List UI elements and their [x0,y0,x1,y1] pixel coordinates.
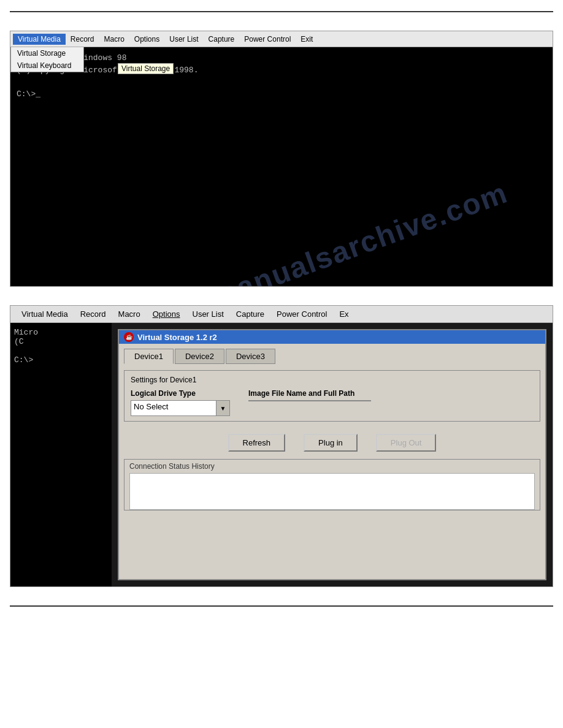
screenshot-2: Virtual Media Record Macro Options User … [10,305,553,587]
terminal-line-1: Microsoft(R) Windows 98 [17,52,546,64]
dropdown-arrow-icon[interactable]: ▼ [216,400,230,416]
settings-title: Settings for Device1 [131,376,534,384]
connection-status-box: Connection Status History [124,459,540,510]
image-path-input[interactable] [248,400,371,401]
dialog-body: Device1 Device2 Device3 Settings for Dev… [119,344,545,579]
page-content: Virtual Media Record Macro Options User … [0,12,563,605]
terminal-1: Microsoft(R) Windows 98 (C)Copyright Mic… [10,47,553,286]
form-row: Logical Drive Type No Select ▼ Image Fil… [131,389,534,416]
logical-drive-select[interactable]: No Select [131,400,216,416]
logical-drive-col: Logical Drive Type No Select ▼ [131,389,230,416]
logical-drive-label: Logical Drive Type [131,389,230,398]
terminal2-line-2: (C [14,337,108,346]
java-icon: ☕ [124,332,134,342]
dialog-title: Virtual Storage 1.2 r2 [137,333,217,342]
menu-exit-1[interactable]: Exit [296,34,318,45]
terminal-2: Micro (C C:\> [10,323,112,586]
connection-status-area [129,473,535,510]
terminal2-line-1: Micro [14,328,108,337]
terminal-line-4: C:\>_ [17,88,546,100]
connection-status-title: Connection Status History [129,462,535,471]
menu-capture-1[interactable]: Capture [204,34,240,45]
menu-options-1[interactable]: Options [129,34,164,45]
plugin-button[interactable]: Plug in [304,434,358,452]
plugout-button[interactable]: Plug Out [376,434,437,452]
dropdown-virtual-storage[interactable]: Virtual Storage [11,47,83,59]
menu-virtual-media-1[interactable]: Virtual Media [13,34,66,45]
tab-device2[interactable]: Device2 [175,349,224,364]
settings-box: Settings for Device1 Logical Drive Type … [124,370,540,422]
dialog-buttons: Refresh Plug in Plug Out [124,434,540,452]
dropdown-virtual-keyboard[interactable]: Virtual Keyboard [11,59,83,72]
virtual-storage-tooltip: Virtual Storage [118,63,174,74]
terminal2-line-3 [14,346,108,355]
menu-userlist-2[interactable]: User List [186,308,230,320]
menu-virtual-media-2[interactable]: Virtual Media [15,308,74,320]
menu-powercontrol-1[interactable]: Power Control [239,34,296,45]
terminal-line-3 [17,76,546,88]
dialog-titlebar: ☕ Virtual Storage 1.2 r2 [119,330,545,344]
menu-exit-2[interactable]: Ex [333,308,354,320]
select-wrapper: No Select ▼ [131,400,230,416]
refresh-button[interactable]: Refresh [228,434,286,452]
image-file-label: Image File Name and Full Path [248,389,371,398]
menu-record-2[interactable]: Record [74,308,112,320]
menu-record-1[interactable]: Record [66,34,99,45]
terminal-line-2: (C)Copyright Microsoft Corp 1981-1998. [17,64,546,77]
menubar-1: Virtual Media Record Macro Options User … [10,31,553,47]
bottom-rule [10,605,553,607]
menu-userlist-1[interactable]: User List [164,34,203,45]
tab-device1[interactable]: Device1 [124,349,174,364]
device-tabs: Device1 Device2 Device3 [124,349,540,364]
menu-macro-1[interactable]: Macro [99,34,129,45]
menu-capture-2[interactable]: Capture [230,308,270,320]
virtual-storage-dialog: ☕ Virtual Storage 1.2 r2 Device1 Device2… [118,329,546,580]
screenshot-1: Virtual Media Record Macro Options User … [10,31,553,287]
image-file-col: Image File Name and Full Path [248,389,371,401]
terminal-output-1: Microsoft(R) Windows 98 (C)Copyright Mic… [17,52,546,100]
terminal2-line-4: C:\> [14,355,108,365]
menubar-2: Virtual Media Record Macro Options User … [10,306,553,323]
menu-options-2[interactable]: Options [147,308,186,320]
menu-macro-2[interactable]: Macro [112,308,147,320]
watermark-1: manualsarchive.com [206,175,512,286]
tab-device3[interactable]: Device3 [226,349,275,364]
menu-powercontrol-2[interactable]: Power Control [270,308,333,320]
virtual-media-dropdown: Virtual Storage Virtual Keyboard [10,47,84,72]
content-area-2: Micro (C C:\> ☕ Virtual Storage 1.2 r2 D… [10,323,553,586]
